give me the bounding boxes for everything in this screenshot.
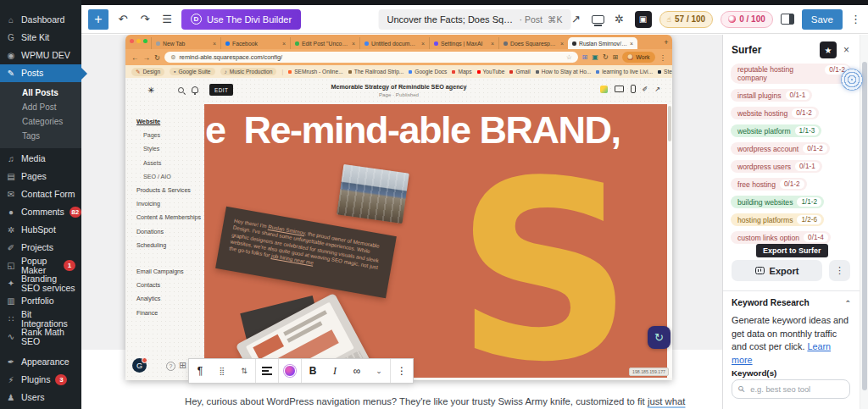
ss-nav-finance[interactable]: Finance [136,307,203,320]
site-settings-icon[interactable]: ⚙ [170,54,175,61]
keyword-pill-free-hosting[interactable]: free hosting0/1-2 [731,178,807,191]
sidebar-item-users[interactable]: ♟Users [0,389,81,406]
submenu-item-categories[interactable]: Categories [0,114,81,129]
notifications-bell-icon[interactable] [192,86,198,93]
ss-nav-email-campaigns[interactable]: Email Campaigns [136,265,203,279]
ss-nav-contacts[interactable]: Contacts [136,279,203,292]
options-kebab-icon[interactable]: ⋮ [850,13,861,25]
ss-nav-invoicing[interactable]: Invoicing [136,197,203,211]
paragraph-block-icon[interactable]: ¶ [189,359,211,383]
collapse-chevron-icon[interactable]: ⌃ [844,299,851,307]
bookmark-how-to-stay-at-ho[interactable]: How to Stay at Ho... [536,69,592,75]
sidebar-item-wpmu-dev[interactable]: ◉WPMU DEV [0,47,81,64]
keyword-pill-install-plugins[interactable]: install plugins0/1-1 [731,89,812,102]
sidebar-item-pages[interactable]: ▤Pages [0,168,81,185]
ss-nav-seo-aio[interactable]: SEO / AIO [136,170,203,184]
ss-nav-analytics[interactable]: Analytics [136,292,203,306]
surfer-star-icon[interactable]: ★ [820,41,837,58]
mobile-preview-icon[interactable] [631,85,636,93]
preview-icon[interactable] [592,15,604,24]
sidebar-item-comments[interactable]: ●Comments82 [0,203,81,221]
bookmark-maps[interactable]: Maps [452,69,471,75]
undo-icon[interactable]: ↶ [115,13,131,25]
sidebar-item-bit-integrations[interactable]: ∷Bit Integrations [0,310,81,328]
forward-icon[interactable]: → [143,53,151,62]
document-overview-icon[interactable]: ☰ [159,13,175,25]
extension-a-icon[interactable]: ▣ [592,53,598,61]
close-window-icon[interactable] [130,39,134,43]
submenu-item-tags[interactable]: Tags [0,129,81,143]
export-options-kebab-icon[interactable]: ⋮ [829,260,850,281]
keyword-pill-wordpress-account[interactable]: wordpress account0/1-2 [731,142,830,155]
ss-nav-website[interactable]: Website [136,115,203,129]
content-ai-score-badge[interactable]: 0 / 100 [721,11,773,28]
squarespace-logo-icon[interactable]: ✳ [147,86,154,95]
browser-menu-kebab-icon[interactable]: ⋮ [659,53,667,62]
use-divi-builder-button[interactable]: D Use The Divi Builder [181,9,301,30]
ss-nav-pages[interactable]: Pages [136,129,203,142]
browser-tab-does-squarespace-use-w[interactable]: Does Squarespace use w...× [498,37,568,49]
bookmark-learning-to-live-livi[interactable]: learning to live Livi... [596,69,653,75]
document-title-pill[interactable]: Uncover the Facts; Does Squarespac... · … [379,9,571,30]
browser-profile-button[interactable]: Work [622,52,654,63]
tab-close-icon[interactable]: × [421,41,425,47]
search-icon[interactable] [178,87,184,93]
surfer-toggle-icon[interactable]: ▣ [635,11,652,28]
keyword-input[interactable] [748,384,843,395]
drag-handle-icon[interactable]: ⣿ [211,359,233,383]
tab-close-icon[interactable]: × [352,41,355,47]
browser-tab-ruslan-smirnov-remindab[interactable]: Ruslan Smirnov/ Remindab...× [568,37,637,49]
ss-nav-assets[interactable]: Assets [136,157,203,170]
bookmark-star-icon[interactable]: ☆ [566,53,572,61]
open-site-icon[interactable]: ↗ [654,86,660,93]
hubspot-icon[interactable]: ✲ [612,13,627,25]
tab-close-icon[interactable]: × [282,41,286,47]
more-formatting-chevron-icon[interactable]: ⌄ [368,359,390,383]
sidebar-item-rank-math-seo[interactable]: ∿Rank Math SEO [0,328,81,345]
tab-close-icon[interactable]: × [560,41,564,47]
align-icon[interactable] [256,359,278,383]
browser-tab-facebook[interactable]: Facebook× [220,37,290,49]
sidebar-item-dashboard[interactable]: ⌂Dashboard [0,11,81,29]
extension-b-icon[interactable]: ↻ [603,53,609,61]
post-paragraph[interactable]: Hey, curious about WordPress navigation … [185,395,688,409]
sidebar-item-media[interactable]: ♫Media [0,150,81,168]
submenu-item-add-post[interactable]: Add Post [0,100,81,114]
surfer-close-icon[interactable]: × [842,44,851,56]
rank-math-icon[interactable] [279,359,301,383]
bookmark-folder-music-production[interactable]: ♪Music Production [220,68,277,75]
browser-tab-new-tab[interactable]: New Tab× [151,37,220,49]
edit-button[interactable]: EDIT [209,84,233,96]
keyword-pill-website-platform[interactable]: website platform1/1-3 [731,124,821,137]
back-icon[interactable]: ← [131,53,139,62]
page-scrollbar-thumb[interactable] [862,62,867,390]
move-up-down-icon[interactable]: ⇅ [233,359,255,383]
keyword-pill-wordpress-users[interactable]: wordpress users0/1-1 [731,160,822,173]
grammarly-icon[interactable]: G [132,358,147,373]
keyword-pill-hosting-platforms[interactable]: hosting platforms1/2-6 [731,213,824,226]
browser-tab-untitled-document-goo[interactable]: Untitled document - Goo...× [359,37,429,49]
redo-icon[interactable]: ↷ [137,13,153,25]
tab-close-icon[interactable]: × [630,41,633,47]
save-button[interactable]: Save [802,9,843,30]
minimize-window-icon[interactable] [136,39,141,43]
new-tab-button[interactable]: + [660,38,672,47]
desktop-preview-icon[interactable] [615,86,624,92]
bookmark-steam-community[interactable]: Steam Community... [658,69,672,75]
bookmark-semrush-online[interactable]: SEMrush - Online... [288,69,343,75]
bookmark-gmail[interactable]: Gmail [509,69,530,75]
sidebar-item-contact-form[interactable]: ✉Contact Form [0,185,81,203]
sidebar-item-branding-seo-services[interactable]: ✦Branding SEO services [0,274,81,292]
sidebar-item-hubspot[interactable]: ✲HubSpot [0,221,81,239]
sidebar-item-site-kit[interactable]: GSite Kit [0,29,81,47]
block-inserter-button[interactable]: + [88,9,108,30]
extension-grid-icon[interactable]: ⊞ [582,53,588,61]
keyword-pill-custom-links-option[interactable]: custom links option0/1-4 [731,231,831,244]
keyword-pill-reputable-hosting-company[interactable]: reputable hosting company0/1-2 [731,64,852,84]
bookmark-folder-google-suite[interactable]: ▪Google Suite [170,68,214,75]
ss-nav-styles[interactable]: Styles [136,142,203,156]
bookmark-the-railroad-strip[interactable]: The Railroad Strip... [348,69,404,75]
sidebar-item-portfolio[interactable]: ▥Portfolio [0,292,81,310]
page-scrollbar[interactable] [860,35,868,409]
ss-nav-content-memberships[interactable]: Content & Memberships [136,211,203,224]
